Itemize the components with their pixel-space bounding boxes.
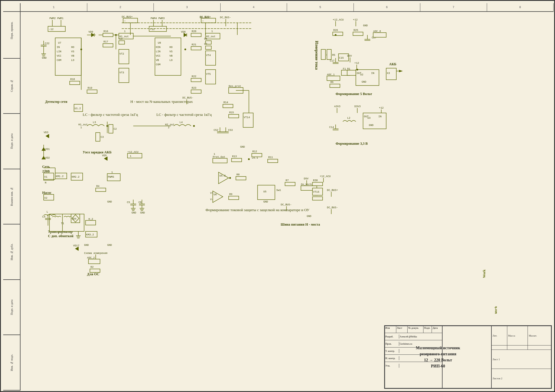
svg-rect-248 — [223, 104, 233, 108]
svg-rect-179 — [333, 32, 343, 36]
svg-text:LIN: LIN — [156, 50, 160, 53]
sidebar-podp1: Подп. и дата — [3, 114, 20, 169]
svg-text:IN: IN — [371, 72, 374, 75]
svg-text:C2: C2 — [114, 128, 117, 131]
svg-text:R13: R13 — [232, 155, 237, 158]
svg-text:2: 2 — [168, 126, 169, 129]
svg-text:+12_ACU: +12_ACU — [320, 175, 331, 178]
svg-text:VT3: VT3 — [119, 71, 124, 74]
svg-text:R22: R22 — [192, 75, 196, 78]
svg-text:LO: LO — [169, 59, 173, 62]
svg-rect-33 — [119, 41, 125, 44]
svg-point-313 — [248, 158, 250, 160]
svg-text:АКБ: АКБ — [389, 62, 396, 66]
svg-text:GND: GND — [132, 211, 136, 214]
svg-text:L2: L2 — [347, 117, 350, 120]
svg-rect-169 — [88, 259, 100, 264]
svg-text:C8: C8 — [138, 201, 142, 204]
svg-text:+12: +12 — [379, 107, 384, 109]
svg-text:Схема измерения: Схема измерения — [84, 252, 108, 255]
svg-text:С доп. обмоткой: С доп. обмоткой — [48, 234, 73, 238]
svg-text:VCC: VCC — [57, 55, 62, 57]
svg-rect-289 — [312, 182, 323, 186]
list-label: Лист — [396, 326, 408, 333]
list-value: Лист 1 — [491, 350, 551, 369]
svg-text:D5V: D5V — [347, 55, 352, 57]
svg-text:Сеть: Сеть — [42, 165, 50, 169]
svg-text:C52: C52 — [214, 129, 218, 132]
svg-text:C17: C17 — [330, 60, 334, 62]
svg-text:KM2.2: KM2.2 — [72, 176, 79, 179]
svg-text:D3V3: D3V3 — [354, 105, 361, 108]
razrab-value: Алексей @Helika — [399, 335, 442, 339]
svg-text:DC_BUS-: DC_BUS- — [281, 203, 292, 206]
svg-text:DC_BUS-: DC_BUS- — [182, 96, 193, 99]
svg-text:1: 1 — [130, 155, 131, 158]
svg-text:R18: R18 — [70, 78, 75, 81]
svg-text:HO: HO — [169, 46, 173, 49]
svg-text:PWM2 PWM1: PWM2 PWM1 — [49, 17, 64, 20]
zone-8: 8 — [487, 3, 554, 11]
svg-rect-87 — [191, 33, 201, 37]
svg-text:DC_BUS-: DC_BUS- — [200, 16, 211, 19]
svg-rect-261 — [232, 158, 242, 162]
svg-text:GND: GND — [84, 244, 89, 247]
svg-text:VD17: VD17 — [73, 244, 79, 247]
svg-text:GND: GND — [107, 244, 112, 247]
svg-text:R23: R23 — [192, 87, 196, 90]
svg-rect-195 — [321, 49, 325, 60]
svg-text:Насос: Насос — [42, 191, 52, 195]
svg-text:VS: VS — [169, 50, 173, 53]
svg-rect-259 — [213, 158, 227, 163]
svg-rect-276 — [229, 196, 239, 200]
svg-rect-46 — [119, 49, 129, 64]
svg-text:GND: GND — [362, 81, 366, 83]
zone-4: 4 — [221, 3, 287, 11]
svg-text:R5: R5 — [332, 54, 335, 57]
razrab-label: Разраб. — [385, 335, 399, 339]
svg-text:1: 1 — [80, 126, 82, 129]
svg-text:U7: U7 — [58, 42, 61, 44]
masht-cell — [528, 345, 551, 350]
svg-text:U8: U8 — [158, 42, 161, 44]
svg-text:L: L — [45, 169, 46, 172]
svg-text:1: 1 — [211, 30, 213, 33]
svg-rect-28 — [103, 44, 113, 47]
svg-text:IN: IN — [57, 46, 60, 49]
lit-label: Лит. — [491, 326, 507, 345]
svg-point-314 — [229, 177, 231, 179]
svg-text:LC - фильтр с частотой среза 1: LC - фильтр с частотой среза 1кГц — [156, 112, 212, 117]
svg-rect-89 — [191, 47, 201, 50]
prov-value: Geektimes.ru — [399, 342, 442, 346]
svg-text:Измерение тока: Измерение тока — [314, 41, 319, 70]
svg-rect-280 — [285, 182, 295, 186]
svg-text:VS: VS — [71, 50, 74, 53]
svg-point-310 — [193, 125, 195, 127]
svg-text:C15: C15 — [339, 57, 344, 60]
svg-text:X3: X3 — [387, 72, 390, 75]
svg-text:VD1: VD1 — [45, 148, 50, 151]
svg-text:R4: R4 — [96, 185, 99, 188]
svg-rect-181 — [353, 32, 363, 36]
svg-marker-21 — [91, 33, 94, 37]
n-kontr-label: Н. контр. — [385, 356, 399, 360]
svg-text:HIN: HIN — [156, 46, 160, 49]
svg-text:L3: L3 — [93, 121, 96, 124]
svg-text:R20: R20 — [192, 30, 196, 33]
svg-marker-272 — [213, 191, 223, 202]
lit-cell — [491, 345, 507, 350]
svg-text:KM1.2: KM1.2 — [56, 175, 64, 178]
svg-point-306 — [80, 49, 82, 50]
work-label-container: Work — [475, 243, 493, 304]
sidebar-perv: Перв. примен. — [3, 3, 20, 59]
svg-marker-164 — [75, 247, 78, 250]
svg-text:H1_out: H1_out — [78, 123, 88, 126]
svg-rect-220 — [347, 70, 356, 75]
svg-text:+12: +12 — [354, 62, 359, 65]
svg-text:Н - мост на N-канальных транзи: Н - мост на N-канальных транзисторах — [130, 99, 193, 104]
svg-text:GND: GND — [140, 211, 145, 214]
svg-text:IN: IN — [378, 115, 382, 118]
svg-text:OUT: OUT — [364, 115, 369, 118]
svg-text:VD2: VD2 — [45, 157, 50, 159]
svg-text:VD3: VD3 — [44, 131, 48, 134]
